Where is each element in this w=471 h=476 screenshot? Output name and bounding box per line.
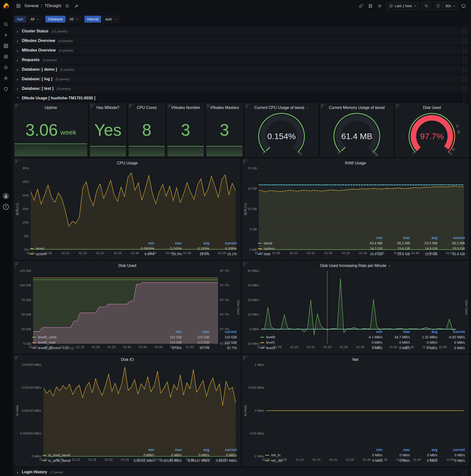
panel-title[interactable]: Disk Used: [395, 103, 468, 110]
panel-title[interactable]: Disk Used: [15, 262, 240, 268]
row-drag-handle[interactable]: [462, 38, 466, 43]
row-title[interactable]: DNode Usage [ huolinhe-TM1701:6030 ]: [22, 96, 95, 100]
row-drag-handle[interactable]: [462, 76, 466, 82]
net-chart[interactable]: -1 Mb/s-0.50 Mb/s0 Mb/s0.500 Mb/s1 Mb/s0…: [243, 362, 468, 446]
server-admin-shield-icon[interactable]: [0, 84, 11, 94]
svg-text:01:35: 01:35: [148, 251, 156, 255]
dashboard-row-database-test[interactable]: › Database: [ test ] (5 panels): [14, 85, 469, 93]
create-plus-icon[interactable]: [0, 30, 11, 40]
svg-text:15 GB: 15 GB: [248, 187, 257, 190]
chart-canvas[interactable]: -10 MB/s0 MB/s10 MB/s20 MB/s30 MB/s40 MB…: [243, 268, 468, 350]
row-drag-handle[interactable]: [462, 48, 466, 53]
panel-info-icon[interactable]: i: [206, 103, 213, 110]
disk-rate-chart[interactable]: -10 MB/s0 MB/s10 MB/s20 MB/s30 MB/s40 MB…: [243, 268, 468, 328]
template-variables-row: fqdn All Database All Interval: [14, 14, 469, 25]
svg-text:IO Rate: IO Rate: [16, 405, 19, 416]
cycle-view-tv-icon[interactable]: [459, 2, 468, 10]
chart-canvas[interactable]: 0 MB5 GB10 GB15 GB20 GB01:0001:0501:1001…: [243, 166, 468, 256]
row-title[interactable]: Login History: [22, 470, 47, 474]
grafana-logo-icon[interactable]: [2, 2, 10, 11]
gauge-canvas: 01000.154%: [245, 110, 318, 156]
time-range-picker[interactable]: Last 1 hour: [387, 2, 419, 10]
panel-info-icon[interactable]: i: [167, 103, 174, 110]
panel-info-icon[interactable]: i: [243, 356, 249, 362]
variable-label: Interval: [84, 16, 101, 23]
row-title[interactable]: Database: [ test ]: [22, 86, 53, 91]
panel-title[interactable]: Disk IO: [15, 356, 240, 362]
save-dashboard-icon[interactable]: [366, 2, 375, 10]
refresh-interval-dropdown[interactable]: 30s: [442, 2, 458, 10]
svg-text:125 GiB: 125 GiB: [20, 269, 31, 272]
panel-title[interactable]: Uptime: [15, 103, 87, 110]
disk-used-chart[interactable]: 0 GiB25 GiB50 GiB75 GiB100 GiB125 GiB97.…: [15, 268, 240, 328]
panel-info-icon[interactable]: i: [129, 103, 135, 110]
dashboard-settings-gear-icon[interactable]: [376, 2, 384, 10]
row-drag-handle[interactable]: [462, 469, 466, 475]
panel-title[interactable]: Current CPU Usage of taosd: [245, 103, 318, 110]
panel-title[interactable]: Net: [243, 356, 468, 362]
dashboard-content: fqdn All Database All Interval: [12, 12, 471, 476]
row-drag-handle[interactable]: [462, 67, 466, 72]
search-icon[interactable]: [0, 19, 11, 30]
panel-info-icon[interactable]: i: [245, 103, 252, 110]
help-icon[interactable]: ?: [0, 202, 11, 212]
row-title[interactable]: Requests: [22, 58, 39, 62]
breadcrumb-folder[interactable]: General: [24, 4, 39, 8]
panel-info-icon[interactable]: i: [15, 103, 21, 110]
panel-info-icon[interactable]: i: [243, 159, 249, 165]
svg-text:01:25: 01:25: [342, 251, 350, 255]
dashboard-row-mnodes-overview[interactable]: › MNodes Overview (2 panels): [14, 46, 469, 54]
breadcrumb-title[interactable]: TDinsight: [43, 4, 62, 8]
refresh-button[interactable]: [434, 2, 442, 10]
variable-value-dropdown[interactable]: All: [28, 16, 42, 23]
svg-text:97.7%: 97.7%: [220, 327, 229, 331]
chart-canvas[interactable]: 0%5%10%15%20%25%30%01:0001:0501:1001:150…: [15, 166, 240, 256]
dashboard-row-dnodes-overview[interactable]: › DNodes Overview (4 panels): [14, 36, 469, 45]
panel-info-icon[interactable]: i: [243, 262, 249, 268]
alerting-bell-icon[interactable]: [0, 62, 11, 73]
chart-canvas[interactable]: -1 Mb/s-0.50 Mb/s0 Mb/s0.500 Mb/s1 Mb/s0…: [243, 362, 468, 463]
dashboard-row-cluster-status[interactable]: › Cluster Status (21 panels): [14, 27, 469, 35]
row-title[interactable]: Cluster Status: [22, 29, 48, 33]
row-drag-handle[interactable]: [462, 57, 466, 63]
panel-title[interactable]: Disk Used Increasing Rate per Minute: [243, 262, 468, 268]
panel-title[interactable]: Current Memory Usage of taosd: [320, 103, 393, 110]
dashboard-row-database-log[interactable]: › Database: [ log ] (5 panels): [14, 75, 469, 83]
row-title[interactable]: Database: [ demo ]: [22, 67, 57, 72]
star-icon[interactable]: [63, 2, 71, 10]
configuration-gear-icon[interactable]: [0, 73, 11, 84]
dashboard-squares-icon: [14, 2, 23, 10]
panel-info-icon[interactable]: i: [15, 262, 21, 268]
ram-usage-chart[interactable]: 0 MB5 GB10 GB15 GB20 GB01:0001:0501:1001…: [243, 166, 468, 235]
add-panel-icon[interactable]: [357, 2, 365, 10]
zoom-out-button[interactable]: [422, 2, 431, 10]
row-title[interactable]: Database: [ log ]: [22, 77, 52, 81]
variable-value-dropdown[interactable]: auto: [102, 16, 119, 23]
disk-io-chart[interactable]: 0 MB/s0.000500 MB/s0.00100 MB/s0.00150 M…: [15, 362, 240, 446]
panel-title[interactable]: CPU Usage: [15, 159, 240, 166]
panel-info-icon[interactable]: i: [15, 159, 21, 165]
user-avatar[interactable]: [0, 191, 11, 202]
row-drag-handle[interactable]: [462, 29, 466, 34]
dashboard-row-login-history[interactable]: › Login History (1 panel): [14, 468, 469, 476]
dashboard-row-database-demo[interactable]: › Database: [ demo ] (5 panels): [14, 65, 469, 74]
row-drag-handle[interactable]: [462, 86, 466, 91]
row-title[interactable]: MNodes Overview: [22, 48, 56, 52]
row-drag-handle[interactable]: [462, 95, 466, 101]
cpu-usage-chart[interactable]: 0%5%10%15%20%25%30%01:0001:0501:1001:150…: [15, 166, 240, 240]
chart-canvas[interactable]: 0 GiB25 GiB50 GiB75 GiB100 GiB125 GiB97.…: [15, 268, 240, 350]
panel-info-icon[interactable]: i: [90, 103, 96, 110]
dashboard-row-requests[interactable]: › Requests (4 panels): [14, 56, 469, 64]
row-title[interactable]: DNodes Overview: [22, 38, 55, 43]
panel-info-icon[interactable]: i: [395, 103, 402, 110]
svg-text:01:55: 01:55: [439, 345, 447, 349]
dashboards-grid-icon[interactable]: [0, 40, 11, 51]
panel-title[interactable]: RAM Usage: [243, 159, 468, 166]
share-icon[interactable]: [72, 2, 81, 10]
variable-value-dropdown[interactable]: All: [67, 16, 81, 23]
panel-info-icon[interactable]: i: [15, 356, 21, 362]
explore-compass-icon[interactable]: [0, 51, 11, 62]
dashboard-row-dnode-usage[interactable]: › DNode Usage [ huolinhe-TM1701:6030 ]: [14, 94, 469, 102]
chart-canvas[interactable]: 0 MB/s0.000500 MB/s0.00100 MB/s0.00150 M…: [15, 362, 240, 463]
panel-info-icon[interactable]: i: [320, 103, 327, 110]
